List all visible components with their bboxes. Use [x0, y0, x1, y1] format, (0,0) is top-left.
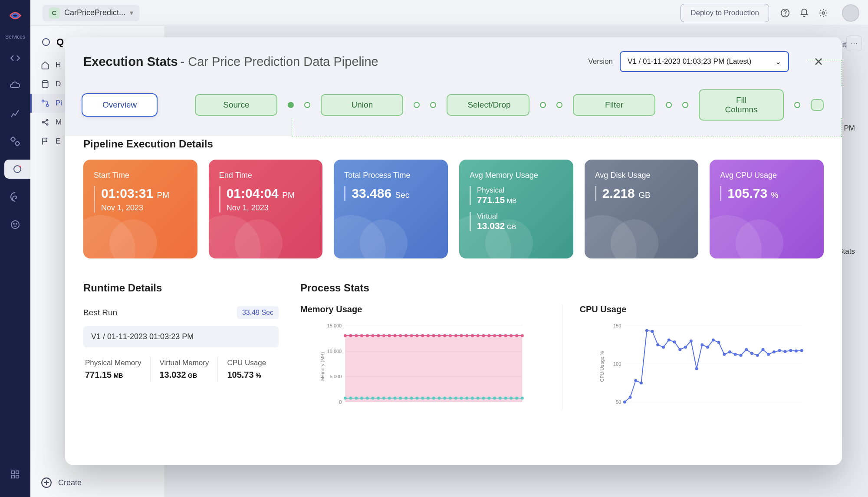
svg-point-109: [651, 330, 654, 333]
svg-point-40: [394, 334, 397, 337]
stage-select-drop[interactable]: Select/Drop: [447, 94, 529, 116]
bell-icon[interactable]: [799, 8, 809, 18]
svg-point-59: [499, 334, 502, 337]
svg-point-39: [388, 334, 391, 337]
chevron-down-icon: ⌄: [775, 57, 781, 66]
version-label: Version: [588, 57, 613, 66]
svg-point-113: [673, 340, 676, 343]
rail-code-icon[interactable]: [6, 49, 25, 68]
svg-point-130: [767, 353, 770, 356]
svg-point-127: [750, 352, 753, 355]
svg-point-9: [16, 223, 17, 224]
svg-point-60: [504, 334, 507, 337]
stage-fill-columns[interactable]: Fill Columns: [699, 89, 784, 121]
svg-point-63: [521, 334, 524, 337]
stage-more[interactable]: [811, 99, 824, 111]
svg-point-77: [416, 396, 419, 399]
svg-text:CPU Usage %: CPU Usage %: [599, 351, 605, 382]
create-label: Create: [58, 478, 82, 487]
svg-rect-4: [15, 141, 20, 146]
svg-point-82: [443, 396, 446, 399]
overview-tab[interactable]: Overview: [82, 93, 158, 117]
stage-connector-icon: [556, 102, 562, 108]
project-name: CarPricePredict...: [64, 8, 125, 17]
card-label: End Time: [219, 171, 312, 180]
stage-union[interactable]: Union: [321, 94, 403, 116]
card-unit: %: [771, 190, 779, 199]
svg-point-52: [460, 334, 463, 337]
rail-face-icon[interactable]: [6, 215, 25, 234]
rail-link-icon[interactable]: [6, 132, 25, 151]
svg-point-114: [678, 348, 681, 351]
help-icon[interactable]: [780, 8, 790, 18]
card-end-time: End Time 01:04:04 PM Nov 1, 2023: [209, 160, 323, 258]
svg-point-75: [404, 396, 408, 399]
stage-source[interactable]: Source: [195, 94, 277, 116]
avatar[interactable]: [842, 4, 859, 22]
svg-text:50: 50: [616, 399, 621, 405]
svg-point-41: [399, 334, 402, 337]
project-selector[interactable]: C CarPricePredict... ▾: [43, 5, 139, 21]
rail-analytics-icon[interactable]: [6, 104, 25, 123]
svg-point-36: [372, 334, 375, 337]
metric-value: 105.73: [227, 370, 253, 379]
svg-point-6: [19, 166, 21, 167]
card-unit: PM: [157, 190, 170, 199]
card-value: 33.486: [352, 186, 391, 200]
svg-point-62: [515, 334, 518, 337]
app-logo-icon[interactable]: [7, 8, 23, 23]
process-title: Process Stats: [300, 282, 824, 294]
svg-point-54: [471, 334, 474, 337]
svg-point-1: [785, 15, 786, 15]
svg-point-120: [711, 339, 714, 342]
rail-active-icon[interactable]: [4, 160, 30, 179]
lower-section: Runtime Details Best Run 33.49 Sec V1 / …: [83, 280, 824, 410]
topbar-icon-group: [780, 4, 859, 22]
card-start-time: Start Time 01:03:31 PM Nov 1, 2023: [83, 160, 197, 258]
svg-point-48: [438, 334, 441, 337]
rail-grid-icon[interactable]: [6, 465, 25, 484]
svg-point-70: [377, 396, 380, 399]
svg-point-135: [795, 350, 798, 353]
more-button-hint[interactable]: ⋯: [846, 36, 862, 51]
svg-point-79: [427, 396, 430, 399]
card-label: Total Process Time: [344, 171, 437, 180]
svg-point-94: [510, 396, 513, 399]
chart-divider: [562, 304, 562, 410]
svg-point-61: [510, 334, 513, 337]
card-value: 2.218: [602, 186, 635, 200]
run-version-row[interactable]: V1 / 01-11-2023 01:03:23 PM: [83, 326, 279, 347]
stage-filter[interactable]: Filter: [573, 94, 655, 116]
runtime-column: Runtime Details Best Run 33.49 Sec V1 / …: [83, 280, 279, 410]
gear-icon[interactable]: [819, 8, 828, 18]
svg-point-7: [11, 221, 19, 229]
svg-point-124: [733, 353, 736, 356]
memory-chart: Memory Usage 05,00010,00015,000Memory (M…: [300, 304, 545, 410]
svg-point-34: [360, 334, 363, 337]
svg-point-76: [410, 396, 413, 399]
runtime-title: Runtime Details: [83, 282, 279, 294]
create-button[interactable]: Create: [41, 477, 82, 488]
rail-swirl-icon[interactable]: [6, 187, 25, 206]
metric-label: Virtual Memory: [159, 359, 209, 367]
svg-point-92: [499, 396, 502, 399]
card-cpu: Avg CPU Usage 105.73 %: [710, 160, 824, 258]
rail-cloud-icon[interactable]: [6, 76, 25, 95]
svg-rect-13: [16, 475, 19, 478]
svg-point-125: [739, 354, 742, 357]
svg-point-122: [723, 353, 726, 356]
svg-point-73: [394, 396, 397, 399]
svg-point-16: [42, 100, 44, 102]
metric-unit: MB: [114, 372, 123, 379]
svg-rect-12: [12, 475, 14, 478]
metric-physical-memory: Physical Memory 771.15 MB: [83, 357, 150, 382]
card-subunit: MB: [507, 197, 517, 204]
svg-point-126: [745, 348, 748, 351]
svg-point-123: [728, 350, 731, 353]
deploy-button[interactable]: Deploy to Production: [681, 4, 769, 22]
metric-cpu: CPU Usage 105.73 %: [217, 357, 275, 382]
svg-point-32: [349, 334, 352, 337]
svg-point-72: [388, 396, 391, 399]
svg-point-87: [471, 396, 474, 399]
version-select[interactable]: V1 / 01-11-2023 01:03:23 PM (Latest) ⌄: [620, 51, 789, 72]
